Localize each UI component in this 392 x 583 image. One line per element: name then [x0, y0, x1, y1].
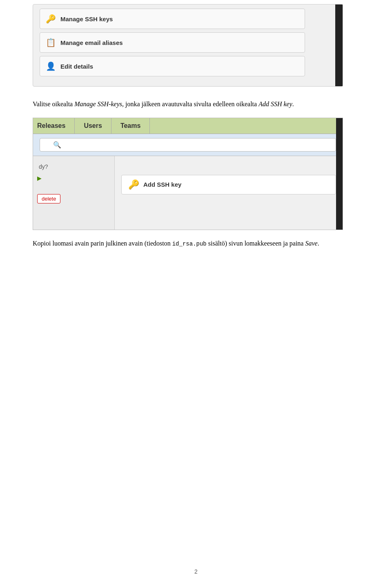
page-number: 2	[0, 568, 392, 575]
screenshot-top: 🔑 Manage SSH keys 📋 Manage email aliases…	[33, 4, 343, 87]
left-col-item-dy: dy?	[37, 160, 110, 173]
paragraph-2: Kopioi luomasi avain parin julkinen avai…	[33, 238, 359, 249]
manage-email-label: Manage email aliases	[60, 39, 123, 46]
ssh-key-icon: 🔑	[45, 13, 56, 25]
para2-part2: sisältö) sivun lomakkeeseen ja paina	[207, 240, 305, 247]
para2-code: id_rsa.pub	[172, 241, 207, 247]
screenshot-bottom: Releases Users Teams 🔍 dy? ▶ delete	[33, 118, 343, 230]
para1-ending: .	[292, 101, 294, 107]
search-input[interactable]	[65, 141, 332, 148]
menu-item-edit-details[interactable]: 👤 Edit details	[40, 56, 305, 76]
page-container: 🔑 Manage SSH keys 📋 Manage email aliases…	[0, 4, 392, 583]
search-box: 🔍	[40, 138, 336, 152]
add-ssh-key-button[interactable]: 🔑 Add SSH key	[121, 175, 336, 194]
tab-releases[interactable]: Releases	[33, 118, 75, 134]
search-row: 🔍	[33, 134, 343, 156]
right-column: 🔑 Add SSH key	[115, 156, 343, 230]
email-icon: 📋	[45, 37, 56, 48]
para2-italic: Save	[305, 240, 317, 247]
tab-teams[interactable]: Teams	[111, 118, 150, 134]
para1-after-italic: , jonka jälkeen avautuvalta sivulta edel…	[122, 101, 258, 107]
edit-details-icon: 👤	[45, 60, 56, 72]
menu-item-manage-ssh[interactable]: 🔑 Manage SSH keys	[40, 9, 305, 29]
para1-bold: Add SSH key	[258, 101, 292, 107]
para1-italic: Manage SSH-keys	[74, 101, 122, 107]
right-scrollbar	[336, 118, 343, 230]
add-ssh-icon: 🔑	[128, 179, 139, 190]
search-icon: 🔍	[53, 141, 61, 149]
para2-ending: .	[318, 240, 319, 247]
edit-details-label: Edit details	[60, 63, 93, 70]
menu-item-manage-email[interactable]: 📋 Manage email aliases	[40, 32, 305, 53]
manage-ssh-label: Manage SSH keys	[60, 16, 113, 22]
nav-tabs-bar: Releases Users Teams	[33, 118, 343, 134]
para2-part1: Kopioi luomasi avain parin julkinen avai…	[33, 240, 172, 247]
add-ssh-label: Add SSH key	[143, 181, 181, 188]
paragraph-1: Valitse oikealta Manage SSH-keys, jonka …	[33, 99, 359, 109]
left-column: dy? ▶ delete	[33, 156, 115, 230]
left-col-arrow: ▶	[37, 175, 110, 182]
para1-before-italic: Valitse oikealta	[33, 101, 74, 107]
delete-button[interactable]: delete	[37, 194, 60, 203]
lower-content: dy? ▶ delete 🔑 Add SSH key	[33, 156, 343, 230]
tab-users[interactable]: Users	[75, 118, 111, 134]
